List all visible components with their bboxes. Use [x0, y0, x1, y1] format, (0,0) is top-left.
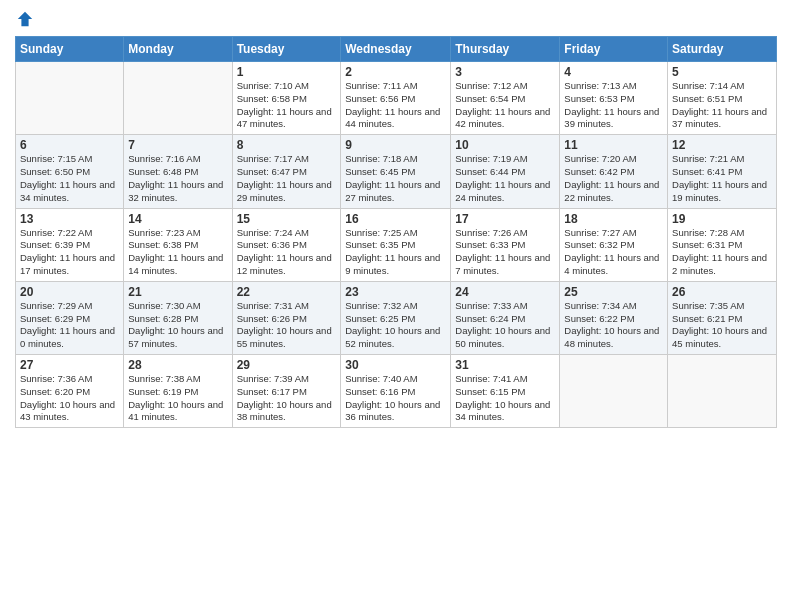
day-info: Sunrise: 7:26 AM Sunset: 6:33 PM Dayligh…	[455, 227, 555, 278]
day-info: Sunrise: 7:24 AM Sunset: 6:36 PM Dayligh…	[237, 227, 337, 278]
calendar-cell: 5Sunrise: 7:14 AM Sunset: 6:51 PM Daylig…	[668, 62, 777, 135]
calendar: SundayMondayTuesdayWednesdayThursdayFrid…	[15, 36, 777, 428]
day-info: Sunrise: 7:12 AM Sunset: 6:54 PM Dayligh…	[455, 80, 555, 131]
logo	[15, 10, 35, 28]
day-number: 31	[455, 358, 555, 372]
calendar-cell: 9Sunrise: 7:18 AM Sunset: 6:45 PM Daylig…	[341, 135, 451, 208]
calendar-cell: 14Sunrise: 7:23 AM Sunset: 6:38 PM Dayli…	[124, 208, 232, 281]
calendar-week-row: 1Sunrise: 7:10 AM Sunset: 6:58 PM Daylig…	[16, 62, 777, 135]
day-info: Sunrise: 7:38 AM Sunset: 6:19 PM Dayligh…	[128, 373, 227, 424]
calendar-week-row: 20Sunrise: 7:29 AM Sunset: 6:29 PM Dayli…	[16, 281, 777, 354]
day-info: Sunrise: 7:36 AM Sunset: 6:20 PM Dayligh…	[20, 373, 119, 424]
day-number: 23	[345, 285, 446, 299]
calendar-cell: 30Sunrise: 7:40 AM Sunset: 6:16 PM Dayli…	[341, 355, 451, 428]
day-number: 29	[237, 358, 337, 372]
calendar-cell: 11Sunrise: 7:20 AM Sunset: 6:42 PM Dayli…	[560, 135, 668, 208]
calendar-cell: 3Sunrise: 7:12 AM Sunset: 6:54 PM Daylig…	[451, 62, 560, 135]
calendar-cell	[560, 355, 668, 428]
day-info: Sunrise: 7:34 AM Sunset: 6:22 PM Dayligh…	[564, 300, 663, 351]
day-number: 1	[237, 65, 337, 79]
calendar-cell: 4Sunrise: 7:13 AM Sunset: 6:53 PM Daylig…	[560, 62, 668, 135]
day-info: Sunrise: 7:17 AM Sunset: 6:47 PM Dayligh…	[237, 153, 337, 204]
day-info: Sunrise: 7:39 AM Sunset: 6:17 PM Dayligh…	[237, 373, 337, 424]
calendar-cell: 13Sunrise: 7:22 AM Sunset: 6:39 PM Dayli…	[16, 208, 124, 281]
page: SundayMondayTuesdayWednesdayThursdayFrid…	[0, 0, 792, 612]
day-number: 22	[237, 285, 337, 299]
calendar-cell: 8Sunrise: 7:17 AM Sunset: 6:47 PM Daylig…	[232, 135, 341, 208]
calendar-header-monday: Monday	[124, 37, 232, 62]
calendar-cell: 10Sunrise: 7:19 AM Sunset: 6:44 PM Dayli…	[451, 135, 560, 208]
day-number: 2	[345, 65, 446, 79]
calendar-cell: 22Sunrise: 7:31 AM Sunset: 6:26 PM Dayli…	[232, 281, 341, 354]
day-info: Sunrise: 7:31 AM Sunset: 6:26 PM Dayligh…	[237, 300, 337, 351]
day-number: 7	[128, 138, 227, 152]
day-info: Sunrise: 7:22 AM Sunset: 6:39 PM Dayligh…	[20, 227, 119, 278]
day-info: Sunrise: 7:14 AM Sunset: 6:51 PM Dayligh…	[672, 80, 772, 131]
day-number: 11	[564, 138, 663, 152]
day-number: 10	[455, 138, 555, 152]
day-info: Sunrise: 7:32 AM Sunset: 6:25 PM Dayligh…	[345, 300, 446, 351]
calendar-cell: 21Sunrise: 7:30 AM Sunset: 6:28 PM Dayli…	[124, 281, 232, 354]
calendar-cell	[124, 62, 232, 135]
day-info: Sunrise: 7:23 AM Sunset: 6:38 PM Dayligh…	[128, 227, 227, 278]
day-number: 28	[128, 358, 227, 372]
day-number: 13	[20, 212, 119, 226]
calendar-cell: 19Sunrise: 7:28 AM Sunset: 6:31 PM Dayli…	[668, 208, 777, 281]
day-number: 8	[237, 138, 337, 152]
calendar-cell: 20Sunrise: 7:29 AM Sunset: 6:29 PM Dayli…	[16, 281, 124, 354]
calendar-cell: 28Sunrise: 7:38 AM Sunset: 6:19 PM Dayli…	[124, 355, 232, 428]
day-number: 24	[455, 285, 555, 299]
calendar-cell: 15Sunrise: 7:24 AM Sunset: 6:36 PM Dayli…	[232, 208, 341, 281]
day-number: 4	[564, 65, 663, 79]
day-number: 14	[128, 212, 227, 226]
day-info: Sunrise: 7:13 AM Sunset: 6:53 PM Dayligh…	[564, 80, 663, 131]
day-number: 6	[20, 138, 119, 152]
day-info: Sunrise: 7:40 AM Sunset: 6:16 PM Dayligh…	[345, 373, 446, 424]
day-info: Sunrise: 7:28 AM Sunset: 6:31 PM Dayligh…	[672, 227, 772, 278]
calendar-week-row: 27Sunrise: 7:36 AM Sunset: 6:20 PM Dayli…	[16, 355, 777, 428]
calendar-header-thursday: Thursday	[451, 37, 560, 62]
calendar-cell: 2Sunrise: 7:11 AM Sunset: 6:56 PM Daylig…	[341, 62, 451, 135]
calendar-cell: 16Sunrise: 7:25 AM Sunset: 6:35 PM Dayli…	[341, 208, 451, 281]
day-number: 20	[20, 285, 119, 299]
calendar-week-row: 13Sunrise: 7:22 AM Sunset: 6:39 PM Dayli…	[16, 208, 777, 281]
calendar-header-friday: Friday	[560, 37, 668, 62]
day-number: 27	[20, 358, 119, 372]
calendar-cell: 27Sunrise: 7:36 AM Sunset: 6:20 PM Dayli…	[16, 355, 124, 428]
day-info: Sunrise: 7:18 AM Sunset: 6:45 PM Dayligh…	[345, 153, 446, 204]
calendar-cell: 29Sunrise: 7:39 AM Sunset: 6:17 PM Dayli…	[232, 355, 341, 428]
day-number: 15	[237, 212, 337, 226]
calendar-cell: 24Sunrise: 7:33 AM Sunset: 6:24 PM Dayli…	[451, 281, 560, 354]
calendar-header-saturday: Saturday	[668, 37, 777, 62]
day-info: Sunrise: 7:21 AM Sunset: 6:41 PM Dayligh…	[672, 153, 772, 204]
day-info: Sunrise: 7:29 AM Sunset: 6:29 PM Dayligh…	[20, 300, 119, 351]
header	[15, 10, 777, 28]
calendar-cell: 6Sunrise: 7:15 AM Sunset: 6:50 PM Daylig…	[16, 135, 124, 208]
calendar-header-wednesday: Wednesday	[341, 37, 451, 62]
day-info: Sunrise: 7:25 AM Sunset: 6:35 PM Dayligh…	[345, 227, 446, 278]
day-number: 12	[672, 138, 772, 152]
calendar-cell: 7Sunrise: 7:16 AM Sunset: 6:48 PM Daylig…	[124, 135, 232, 208]
calendar-cell: 1Sunrise: 7:10 AM Sunset: 6:58 PM Daylig…	[232, 62, 341, 135]
day-info: Sunrise: 7:10 AM Sunset: 6:58 PM Dayligh…	[237, 80, 337, 131]
day-number: 26	[672, 285, 772, 299]
calendar-cell: 31Sunrise: 7:41 AM Sunset: 6:15 PM Dayli…	[451, 355, 560, 428]
day-info: Sunrise: 7:33 AM Sunset: 6:24 PM Dayligh…	[455, 300, 555, 351]
day-number: 3	[455, 65, 555, 79]
day-info: Sunrise: 7:16 AM Sunset: 6:48 PM Dayligh…	[128, 153, 227, 204]
day-number: 18	[564, 212, 663, 226]
day-number: 21	[128, 285, 227, 299]
calendar-header-tuesday: Tuesday	[232, 37, 341, 62]
day-number: 17	[455, 212, 555, 226]
calendar-cell: 17Sunrise: 7:26 AM Sunset: 6:33 PM Dayli…	[451, 208, 560, 281]
day-number: 19	[672, 212, 772, 226]
day-info: Sunrise: 7:11 AM Sunset: 6:56 PM Dayligh…	[345, 80, 446, 131]
day-info: Sunrise: 7:27 AM Sunset: 6:32 PM Dayligh…	[564, 227, 663, 278]
calendar-header-sunday: Sunday	[16, 37, 124, 62]
logo-icon	[16, 10, 34, 28]
day-info: Sunrise: 7:30 AM Sunset: 6:28 PM Dayligh…	[128, 300, 227, 351]
calendar-cell: 25Sunrise: 7:34 AM Sunset: 6:22 PM Dayli…	[560, 281, 668, 354]
day-number: 9	[345, 138, 446, 152]
calendar-cell: 26Sunrise: 7:35 AM Sunset: 6:21 PM Dayli…	[668, 281, 777, 354]
day-number: 16	[345, 212, 446, 226]
